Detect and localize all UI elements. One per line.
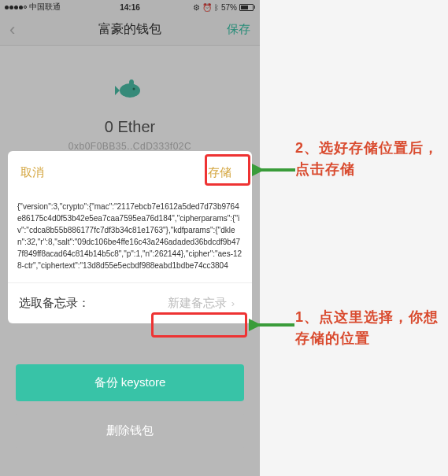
memo-select[interactable]: 新建备忘录 › — [161, 293, 241, 314]
arrow-to-memo — [249, 317, 294, 333]
chevron-right-icon: › — [231, 297, 235, 309]
annotation-step1: 1、点这里选择，你想存储的位置 — [295, 307, 448, 349]
keystore-json: {"version":3,"crypto":{"mac":"2117ebcb7e… — [8, 194, 252, 282]
modal-header: 取消 存储 — [8, 151, 252, 194]
annotation-step2: 2、选好存储位置后，点击存储 — [295, 138, 448, 180]
save-button[interactable]: 存储 — [200, 162, 239, 183]
modal-footer: 选取备忘录： 新建备忘录 › — [8, 282, 252, 323]
delete-button[interactable]: 删除钱包 — [16, 412, 244, 449]
memo-select-label: 新建备忘录 — [168, 296, 227, 311]
bottom-buttons: 备份 keystore 删除钱包 — [16, 364, 244, 460]
backup-button[interactable]: 备份 keystore — [16, 364, 244, 401]
arrow-to-save — [252, 162, 295, 178]
cancel-button[interactable]: 取消 — [20, 165, 44, 180]
memo-label: 选取备忘录： — [19, 296, 90, 311]
export-modal: 取消 存储 {"version":3,"crypto":{"mac":"2117… — [8, 151, 252, 323]
